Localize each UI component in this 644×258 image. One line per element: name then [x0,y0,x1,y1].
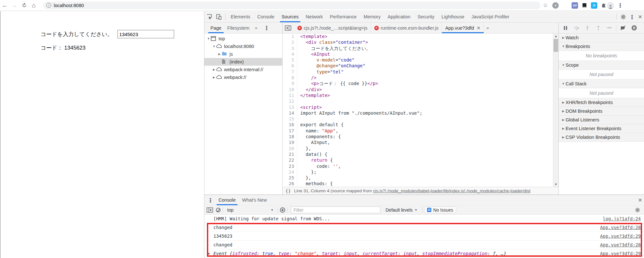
devtools-menu-kebab-icon[interactable]: ••• [630,14,634,19]
more-panes-chevron-icon[interactable]: » [252,25,260,30]
source-location-link[interactable]: log.js?1afd:24 [603,216,641,221]
line-number[interactable]: 5 [283,57,294,63]
reload-button[interactable] [19,1,29,10]
source-location-link[interactable]: App.vue?3dfd:28 [600,242,641,247]
source-location-link[interactable]: App.vue?3dfd:28 [600,225,641,230]
address-bar[interactable]: i localhost:8080 [43,2,540,9]
line-number[interactable]: 17 [283,128,294,134]
tree-item-index[interactable]: (index) [204,58,282,66]
expand-object-icon[interactable]: ▶ [208,252,211,255]
devtools-tab-elements[interactable]: Elements [227,11,254,22]
console-filter-input[interactable] [291,206,380,213]
profile-avatar[interactable] [607,2,614,9]
expander-icon[interactable]: ▼ [212,45,216,48]
code-editor[interactable]: 1234567891011121314151617181920212223242… [283,33,558,187]
line-number[interactable]: 1 [283,33,294,39]
file-tab-cjs-js-node-script-lang-js[interactable]: ✕cjs.js?!./node_…script&lang=js [294,23,371,33]
line-number[interactable]: 14 [283,110,294,116]
line-number[interactable]: 20 [283,146,294,151]
expander-icon[interactable]: ▼ [206,37,211,40]
editor-scrollbar[interactable]: ▲ ▼ [553,33,558,187]
deactivate-breakpoints-icon[interactable] [620,25,626,31]
line-number[interactable]: 2 [283,39,294,45]
file-tab-runtime-core-esm-bundler-js[interactable]: ✕runtime-core.esm-bundler.js [371,23,442,33]
more-tabs-chevron-icon[interactable]: » [484,25,491,30]
line-number[interactable]: 15 [283,116,294,122]
expander-icon[interactable]: ▶ [212,68,216,71]
navigator-tab-page[interactable]: Page [208,23,224,33]
step-icon[interactable] [606,25,612,31]
vue-devtools-extension-icon[interactable]: V [552,2,559,9]
line-number[interactable]: 12 [283,98,294,104]
context-selector[interactable]: top ▼ [225,207,276,213]
section-header-event-listener-breakpoints[interactable]: ▶Event Listener Breakpoints [559,124,644,133]
devtools-tab-javascript-profiler[interactable]: JavaScript Profiler [468,11,513,22]
line-number-gutter[interactable]: 1234567891011121314151617181920212223242… [283,33,297,187]
inspect-element-icon[interactable] [206,14,212,20]
navigator-menu-kebab-icon[interactable]: ••• [264,25,269,30]
scroll-up-icon[interactable]: ▲ [553,33,558,39]
code-content[interactable]: <template> <div class="container"> コードを入… [297,33,553,187]
step-over-icon[interactable] [574,25,579,31]
tree-item-top[interactable]: ▼top [204,35,282,43]
section-header-scope[interactable]: ▼Scope [559,61,644,70]
close-tab-icon[interactable]: ✕ [477,25,481,31]
devtools-tab-performance[interactable]: Performance [326,11,360,22]
devtools-close-icon[interactable]: ✕ [636,14,644,20]
r-extension-icon[interactable]: R [591,2,597,9]
section-header-dom-breakpoints[interactable]: ▶DOM Breakpoints [559,107,644,116]
devtools-tab-lighthouse[interactable]: Lighthouse [438,11,468,22]
drawer-close-icon[interactable]: ✕ [636,197,644,203]
pretty-print-icon[interactable]: {} [285,188,291,194]
code-input[interactable] [117,30,174,38]
drawer-menu-kebab-icon[interactable]: ••• [208,198,213,203]
file-tab-app-vue-3dfd[interactable]: App.vue?3dfd✕ [442,23,484,33]
devtools-tab-memory[interactable]: Memory [360,11,384,22]
line-number[interactable]: 18 [283,134,294,139]
section-header-watch[interactable]: ▶Watch [559,33,644,42]
line-number[interactable]: 3 [283,45,294,51]
browser-menu-kebab-icon[interactable]: ••• [618,3,622,8]
notebook-extension-icon[interactable] [581,2,588,9]
forward-button[interactable]: → [10,1,19,10]
gear-extension-icon[interactable] [562,2,568,9]
device-toolbar-icon[interactable] [216,14,222,20]
line-number[interactable]: 6 [283,63,294,69]
step-into-icon[interactable] [584,25,590,31]
step-out-icon[interactable] [595,25,601,31]
page-info-icon[interactable]: i [46,3,51,8]
tree-item-webpack[interactable]: ▶webpack:// [204,73,282,81]
line-number[interactable]: 10 [283,87,294,92]
line-number[interactable]: 25 [283,175,294,181]
devtools-tab-application[interactable]: Application [384,11,414,22]
line-number[interactable]: 22 [283,157,294,163]
log-levels-dropdown[interactable]: Default levels ▼ [382,207,421,213]
console-tab-console[interactable]: Console [215,195,239,205]
source-location-link[interactable]: App.vue?3dfd:29 [600,234,641,239]
section-header-global-listeners[interactable]: ▶Global Listeners [559,116,644,124]
expander-icon[interactable]: ▶ [212,76,216,79]
section-header-call-stack[interactable]: ▼Call Stack [559,80,644,88]
hide-navigator-icon[interactable] [285,25,292,31]
line-number[interactable]: 4 [283,51,294,57]
gp-extension-icon[interactable]: GP [572,2,578,9]
bookmark-star-icon[interactable]: ☆ [543,2,548,9]
devtools-tab-network[interactable]: Network [302,11,326,22]
line-number[interactable]: 11 [283,92,294,98]
issues-button[interactable]: No Issues [424,206,456,213]
line-number[interactable]: 19 [283,139,294,145]
extensions-puzzle-icon[interactable] [601,2,607,9]
devtools-tab-console[interactable]: Console [254,11,278,22]
console-settings-gear-icon[interactable] [634,207,641,213]
expander-icon[interactable]: ▶ [217,53,222,56]
line-number[interactable]: 9 [283,81,294,86]
line-number[interactable]: 8 [283,75,294,81]
section-header-breakpoints[interactable]: ▼Breakpoints [559,42,644,51]
section-header-csp-violation-breakpoints[interactable]: ▶CSP Violation Breakpoints [559,133,644,142]
line-number[interactable]: 24 [283,169,294,175]
tree-item-js[interactable]: ▶js [204,50,282,58]
clear-console-icon[interactable] [215,207,221,213]
devtools-settings-gear-icon[interactable] [620,14,626,20]
devtools-tab-security[interactable]: Security [414,11,438,22]
console-tab-what-s-new[interactable]: What's New [239,195,270,205]
